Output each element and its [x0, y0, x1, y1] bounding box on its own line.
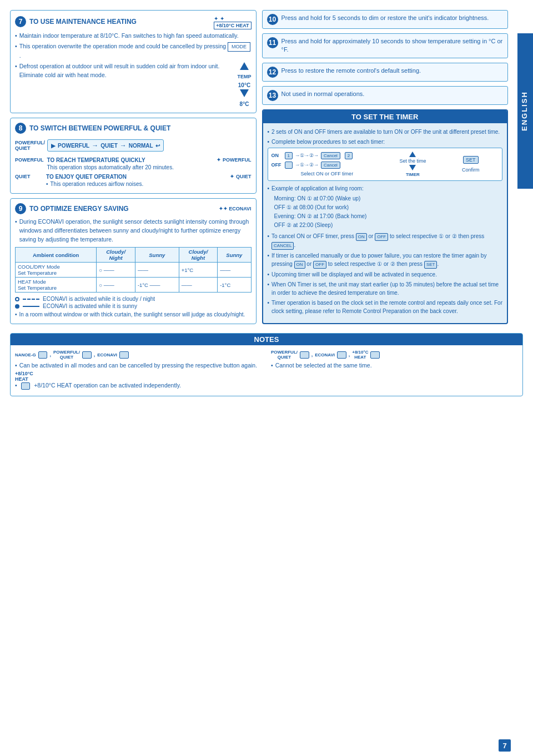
powerful-quiet-btn-right: [300, 351, 309, 359]
timer-note-3: Upcoming timer will be displayed and wil…: [268, 270, 503, 279]
table-header-cloudy2: Cloudy/Night: [179, 248, 217, 263]
mode-badge: MODE: [228, 42, 250, 52]
table-cell-cool-s1: ——: [135, 263, 179, 278]
quiet-title: TO ENJOY QUIET OPERATION ✦ QUIET: [46, 174, 252, 180]
timer-off-label: OFF: [271, 162, 283, 168]
item-11-text: Press and hold for approximately 10 seco…: [281, 37, 504, 54]
timer-example-4: OFF ② at 22:00 (Sleep): [274, 221, 503, 230]
section-8-number: 8: [15, 123, 26, 134]
section-9-title: TO OPTIMIZE ENERGY SAVING: [29, 205, 129, 213]
timer-on-label: ON: [271, 153, 283, 158]
timer-set-time-label: Set the time: [399, 158, 426, 164]
timer-bullet-1: 2 sets of ON and OFF timers are availabl…: [268, 128, 503, 136]
timer-on-row: ON 1 →①→②→ Cancel 2: [271, 152, 383, 159]
legend-sunny: ECONAVI is activated while it is sunny: [15, 303, 252, 309]
item-13-text: Not used in normal operations.: [281, 90, 365, 98]
table-cell-cool-c2: +1°C: [179, 263, 217, 278]
legend-filled-circle-icon: [15, 304, 19, 309]
timer-diagram: ON 1 →①→②→ Cancel 2 OFF →①→②→ Cancel: [268, 148, 503, 181]
item-12-number: 12: [267, 67, 278, 78]
off-inline-btn-2: OFF: [313, 261, 326, 269]
section-9-content: During ECONAVI operation, the sunlight s…: [15, 218, 252, 244]
timer-note-2: If timer is cancelled manually or due to…: [268, 251, 503, 269]
legend-circle-icon: [15, 297, 19, 301]
timer-off-row: OFF →①→②→ Cancel: [271, 162, 383, 169]
notes-right-bullet-1: Cannot be selected at the same time.: [271, 362, 518, 369]
section-7-header: 7 TO USE MAINTENANCE HEATING ✦ ✦ +8/10°C…: [15, 15, 252, 28]
language-label: ENGLISH: [517, 33, 533, 189]
timer-arrows: Set the time: [385, 152, 440, 170]
heat-badge: +8/10°C HEAT: [214, 22, 251, 29]
table-cell-heat-c2: ——: [179, 278, 217, 293]
timer-note-5: Timer operation is based on the clock se…: [268, 299, 503, 315]
timer-bullet-2: Complete below procedures to set each ti…: [268, 138, 503, 146]
section-9-bullet-1: During ECONAVI operation, the sunlight s…: [15, 218, 252, 244]
legend-solid-line: [23, 306, 39, 307]
timer-set-badge: SET: [463, 156, 479, 164]
notes-left-icons: NANOE-G , POWERFUL/QUIET , ECONAVI: [15, 350, 262, 360]
timer-example-3: Evening: ON ② at 17:00 (Back home): [274, 212, 503, 221]
notes-right-icons: POWERFUL/QUIET , ECONAVI , +8/10°CHEAT: [271, 350, 518, 360]
notes-heat-label: +8/10°CHEAT: [15, 371, 262, 382]
table-cell-cool-s2: ——: [218, 263, 251, 278]
quiet-bullet: This operation reduces airflow noises.: [46, 181, 252, 187]
section-9: 9 TO OPTIMIZE ENERGY SAVING ✦✦ ECONAVI D…: [10, 198, 257, 324]
nanoe-g-btn: [38, 351, 48, 359]
notes-left-bullet-2: +8/10°C HEAT operation can be activated …: [15, 382, 262, 390]
legend-dashed-line: [23, 299, 39, 300]
powerful-quiet-label: POWERFUL/QUIET: [15, 140, 45, 151]
item-13-number: 13: [267, 90, 278, 101]
table-cell-heat-s2: -1°C: [218, 278, 251, 293]
item-10: 10 Press and hold for 5 seconds to dim o…: [262, 10, 509, 29]
timer-example-heading-item: Example of application at living room:: [268, 184, 503, 193]
section-7: 7 TO USE MAINTENANCE HEATING ✦ ✦ +8/10°C…: [10, 10, 257, 113]
section-7-bullet-2: This operation overwrite the operation m…: [15, 42, 252, 61]
timer-intro: 2 sets of ON and OFF timers are availabl…: [268, 128, 503, 146]
powerful-label: POWERFUL: [15, 157, 44, 170]
flow-diagram: ▶ POWERFUL → QUIET → NORMAL ↩: [47, 139, 164, 152]
powerful-title: TO REACH TEMPERATURE QUICKLY ✦ POWERFUL: [47, 157, 252, 163]
table-cell-cool-label: COOL/DRY ModeSet Temperature: [16, 263, 97, 278]
item-12-text: Press to restore the remote control's de…: [281, 67, 421, 75]
table-row-cool: COOL/DRY ModeSet Temperature ○ —— —— +1°…: [16, 263, 252, 278]
timer-title: TO SET THE TIMER: [263, 110, 507, 123]
table-cell-cool-c1: ○ ——: [97, 263, 135, 278]
heat-btn-right: [370, 351, 380, 359]
timer-examples: Example of application at living room: M…: [268, 184, 503, 230]
notes-right-col: POWERFUL/QUIET , ECONAVI , +8/10°CHEAT C…: [271, 350, 518, 391]
timer-badge: TIMER: [406, 172, 420, 177]
notes-title: NOTES: [11, 334, 522, 345]
page-number: 7: [499, 739, 511, 752]
notes-section: NOTES NANOE-G , POWERFUL/QUIET , ECONAVI…: [10, 333, 523, 396]
off-inline-btn: OFF: [375, 233, 388, 241]
legend-cloudy: ECONAVI is activated while it is cloudy …: [15, 296, 252, 302]
table-header-condition: Ambient condition: [16, 248, 97, 263]
set-inline-btn: SET: [424, 261, 438, 269]
section-8-title: TO SWITCH BETWEEN POWERFUL & QUIET: [29, 124, 170, 132]
econavi-btn-right: [337, 351, 346, 359]
powerful-text: This operation stops automatically after…: [47, 164, 252, 170]
item-11-number: 11: [267, 37, 278, 48]
table-header-cloudy1: Cloudy/Night: [97, 248, 135, 263]
item-12: 12 Press to restore the remote control's…: [262, 63, 509, 82]
timer-off-btn-1: [285, 162, 293, 169]
section-7-bullet-3: Defrost operation at outdoor unit will r…: [15, 62, 233, 80]
quiet-label: QUIET: [15, 174, 43, 189]
timer-cancel-btn-1: Cancel: [321, 152, 340, 159]
timer-on-btn-1: 1: [285, 152, 293, 159]
section-7-title: TO USE MAINTENANCE HEATING: [29, 18, 137, 26]
timer-example-2: OFF ① at 08:00 (Out for work): [274, 203, 503, 212]
temp-10: 10°C: [237, 81, 251, 89]
temp-arrow-up-icon: [240, 62, 249, 70]
section-7-bullet-1: Maintain indoor temperature at 8/10°C. F…: [15, 32, 252, 41]
notes-left-bullet-1: Can be activated in all modes and can be…: [15, 362, 262, 369]
timer-section: TO SET THE TIMER 2 sets of ON and OFF ti…: [262, 109, 509, 324]
table-cell-heat-label: HEAT ModeSet Temperature: [16, 278, 97, 293]
table-cell-heat-c1: ○ ——: [97, 278, 135, 293]
on-inline-btn: ON: [356, 233, 367, 241]
timer-note-4: When ON Timer is set, the unit may start…: [268, 280, 503, 297]
heat-btn-notes: [21, 382, 31, 390]
table-header-sunny2: Sunny: [218, 248, 251, 263]
on-inline-btn-2: ON: [294, 261, 305, 269]
timer-example-1: Morning: ON ① at 07:00 (Wake up): [274, 194, 503, 203]
